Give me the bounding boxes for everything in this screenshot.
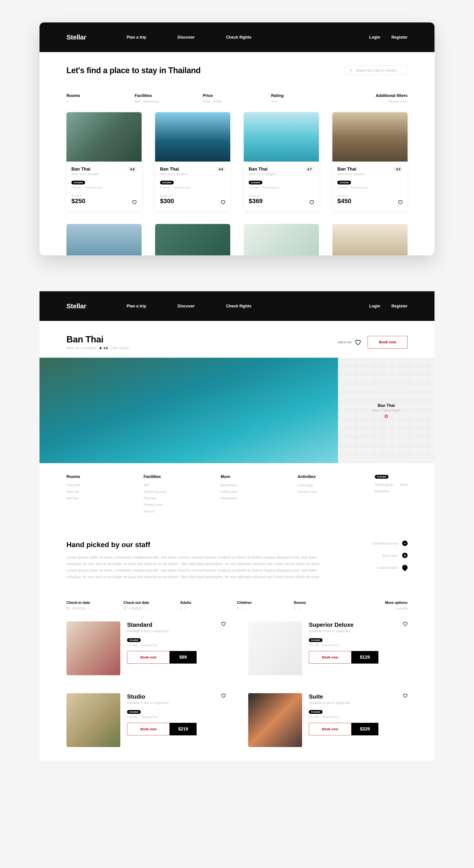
price-amount: $250 [71,197,85,205]
map-address: Silom 4, Samut Prakan [373,409,400,412]
book-now-button[interactable]: Book now [127,723,170,735]
heart-icon[interactable] [403,621,408,626]
nav-check-flights[interactable]: Check flights [226,35,251,40]
hotel-detail-page: Stellar Plan a trip Discover Check fligh… [39,291,435,761]
svg-line-1 [352,71,352,71]
feature-value: Best value$ [345,553,408,558]
hotel-card[interactable]: Ban ThaiSilom Soi 4, Bangkok 4.6 Include… [155,112,230,211]
calendar-icon [66,607,70,610]
hotel-title: Ban Thai [66,334,129,344]
nav-login[interactable]: Login [369,35,380,40]
amenities-included: Included Travel guideMore Breakfast [375,474,408,516]
book-now-button[interactable]: Book now [368,336,408,348]
nav-plan-trip[interactable]: Plan a trip [127,304,146,309]
hotel-card[interactable]: Ban Thai Silom Soi 4, Bangkok 4.8 Includ… [66,112,141,211]
hotel-image[interactable] [244,224,319,255]
room-card: StudioAvailable in twin or single bed In… [66,693,226,747]
filter-bar: Rooms 2 Facilities Wifi · Swimming... Pr… [39,89,435,112]
book-now-button[interactable]: Book now [309,651,351,663]
filter-additional[interactable]: Additional filters Fitness room [339,93,408,103]
calendar-icon [123,607,126,610]
heart-icon[interactable] [221,693,226,698]
hotel-image[interactable] [333,224,408,255]
hotel-name: Ban Thai [71,166,99,172]
search-results-page: Stellar Plan a trip Discover Check fligh… [39,23,435,255]
map-hotel-name: Ban Thai [373,403,400,408]
chevron-down-icon [298,607,301,610]
room-image [66,621,120,675]
included-list: Free WifiSwimming Pool [71,186,137,189]
search-input[interactable]: Search for a city or country [345,65,408,75]
search-placeholder: Search for a city or country [356,68,396,72]
handpicked-description: Lorem ipsum dolor sit amet, consetetur s… [66,554,322,580]
amenities-facilities: Facilities Wifi Swimming pool Pool bar F… [144,474,220,516]
book-now-button[interactable]: Book now [309,723,351,735]
filter-rating[interactable]: Rating 4.5+ [271,93,339,103]
review-count[interactable]: 1286 reviews [110,346,129,350]
heart-icon[interactable] [221,621,226,626]
heart-icon[interactable] [403,693,408,698]
hero-image [39,358,338,463]
nav-login[interactable]: Login [369,304,380,309]
hotel-card[interactable]: Ban ThaiSilom Soi 4, Bangkok 4.7 Include… [244,112,319,211]
filter-price[interactable]: Price $250 - $ 500 [203,93,271,103]
nav-register[interactable]: Register [391,35,408,40]
heart-icon [355,339,361,345]
book-now-button[interactable]: Book now [127,651,170,663]
hotel-card[interactable]: Ban ThaiSilom Soi 4, Bangkok 4.5 Include… [333,112,408,211]
rating-badge: 4.6 [217,166,225,172]
heart-icon[interactable] [132,200,137,205]
nav-plan-trip[interactable]: Plan a trip [127,35,146,40]
filter-facilities[interactable]: Facilities Wifi · Swimming... [135,93,203,103]
feature-list: Excellent service Best value$ Great loca… [345,540,408,580]
nav-register[interactable]: Register [391,304,408,309]
room-price: $219 [170,723,197,735]
heart-icon[interactable] [398,200,403,205]
filter-rooms[interactable]: Rooms 2 [66,93,135,103]
map-panel[interactable]: Ban Thai Silom 4, Samut Prakan [338,358,435,463]
svg-point-0 [350,69,352,71]
rating-badge: 4.8 [128,166,137,172]
feature-service: Excellent service [345,540,408,546]
nav-check-flights[interactable]: Check flights [226,304,251,309]
hotel-image[interactable] [155,224,230,255]
chevron-down-icon [145,607,148,610]
filter-checkin[interactable]: Check-in date 2/16/2019 [66,601,123,610]
hotel-card-grid: Ban Thai Silom Soi 4, Bangkok 4.8 Includ… [39,112,435,211]
hotel-image[interactable] [66,224,141,255]
hotel-image [66,112,141,162]
amenities-activities: Activities Concierge Games room [297,474,375,516]
included-badge: Included [127,638,141,642]
filter-checkout[interactable]: Check-out date 2/16/2019 [123,601,180,610]
hotel-address: Silom Soi 4, Bangkok [66,346,96,350]
room-card: SuiteAvailable in twin or single bed Inc… [248,693,408,747]
filter-adults[interactable]: Adults 2 [180,601,237,610]
handpicked-section: Hand picked by our staff Lorem ipsum dol… [39,525,435,592]
brand-logo[interactable]: Stellar [66,302,86,310]
room-image [248,621,302,675]
nav-discover[interactable]: Discover [178,304,195,309]
dollar-badge-icon: $ [402,553,408,558]
nav-discover[interactable]: Discover [178,35,195,40]
room-price: $329 [351,723,378,735]
pin-badge-icon [401,564,409,571]
hotel-address: Silom Soi 4, Bangkok [71,172,99,176]
svg-rect-4 [124,607,126,609]
page-title: Let's find a place to stay in Thailand [66,66,201,75]
room-name: Standard [127,621,168,628]
check-badge-icon [402,540,408,546]
hotel-image [333,112,408,162]
svg-rect-2 [67,607,69,609]
filter-rooms[interactable]: Rooms 1 [294,601,351,610]
add-to-fav[interactable]: Add to fav [338,339,361,345]
filter-more-options[interactable]: More options Laundry [351,601,408,610]
filter-children[interactable]: Children 0 [237,601,294,610]
handpicked-title: Hand picked by our staff [66,540,322,549]
heart-icon[interactable] [309,200,314,205]
room-price: $129 [351,651,378,663]
room-list: StandardAvailable in twin or single bed … [39,621,435,761]
brand-logo[interactable]: Stellar [66,33,86,41]
hotel-card-grid-2 [39,211,435,255]
heart-icon[interactable] [220,200,225,205]
hero-section: Ban Thai Silom 4, Samut Prakan [39,358,435,463]
